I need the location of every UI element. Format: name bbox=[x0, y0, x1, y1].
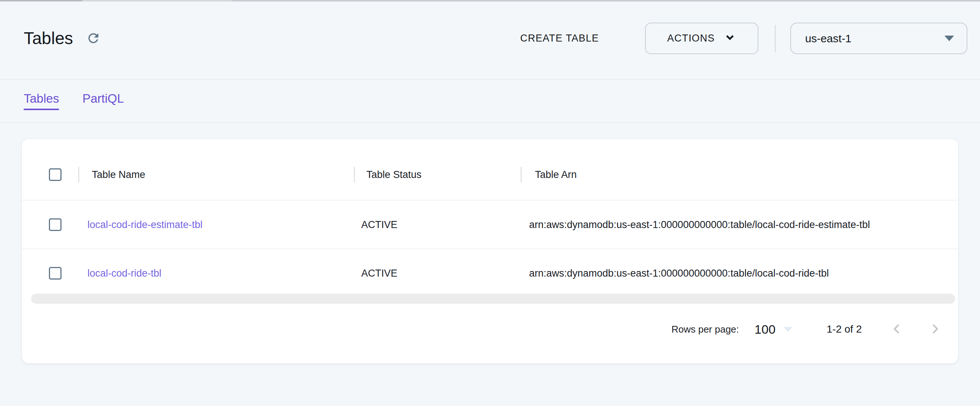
tables-card: Table Name Table Status Table Arn local-… bbox=[22, 139, 958, 363]
region-select-value: us-east-1 bbox=[805, 32, 945, 45]
table-row: local-cod-ride-estimate-tbl ACTIVE arn:a… bbox=[22, 200, 958, 248]
tab-bar: Tables PartiQL bbox=[24, 91, 124, 110]
page: Tables CREATE TABLE ACTIONS us-east-1 Ta… bbox=[0, 0, 980, 406]
create-table-label: CREATE TABLE bbox=[520, 33, 599, 44]
table-name-link[interactable]: local-cod-ride-tbl bbox=[88, 267, 162, 279]
chevron-down-icon bbox=[724, 31, 736, 46]
column-divider bbox=[520, 167, 522, 182]
pagination-range-label: 1-2 of 2 bbox=[827, 323, 862, 335]
column-header-table-name: Table Name bbox=[92, 169, 145, 181]
column-header-table-status: Table Status bbox=[366, 169, 422, 181]
window-top-edge-segment bbox=[0, 0, 82, 2]
caret-down-icon bbox=[945, 35, 954, 41]
actions-button[interactable]: ACTIONS bbox=[645, 22, 759, 54]
header-bottom-divider bbox=[0, 79, 980, 80]
header-divider bbox=[775, 25, 776, 52]
window-top-edge-segment bbox=[232, 0, 980, 2]
previous-page-button[interactable] bbox=[888, 321, 905, 337]
table-arn-value: arn:aws:dynamodb:us-east-1:000000000000:… bbox=[529, 219, 870, 230]
column-divider bbox=[78, 167, 79, 182]
table-name-link[interactable]: local-cod-ride-estimate-tbl bbox=[88, 219, 203, 230]
page-title: Tables bbox=[24, 29, 73, 48]
rows-per-page-label: Rows per page: bbox=[671, 324, 739, 335]
select-all-checkbox[interactable] bbox=[49, 168, 62, 181]
rows-per-page-select[interactable]: 100 bbox=[754, 322, 792, 337]
table-status-value: ACTIVE bbox=[361, 219, 398, 230]
chevron-left-icon bbox=[890, 323, 903, 336]
tab-partiql[interactable]: PartiQL bbox=[82, 91, 124, 110]
chevron-right-icon bbox=[929, 323, 942, 336]
horizontal-scrollbar[interactable] bbox=[31, 294, 955, 304]
table-status-value: ACTIVE bbox=[361, 267, 398, 279]
window-top-edge bbox=[0, 0, 980, 2]
row-checkbox[interactable] bbox=[49, 267, 62, 280]
pagination-bar: Rows per page: 100 1-2 of 2 bbox=[22, 316, 958, 342]
table-header-row: Table Name Table Status Table Arn bbox=[22, 149, 958, 200]
region-select[interactable]: us-east-1 bbox=[790, 22, 967, 54]
tabbar-bottom-divider bbox=[0, 122, 980, 123]
table-arn-value: arn:aws:dynamodb:us-east-1:000000000000:… bbox=[529, 267, 829, 279]
window-top-edge-segment bbox=[82, 0, 232, 2]
tab-tables[interactable]: Tables bbox=[24, 91, 59, 110]
refresh-icon bbox=[86, 31, 101, 47]
row-checkbox[interactable] bbox=[49, 218, 62, 231]
table-row: local-cod-ride-tbl ACTIVE arn:aws:dynamo… bbox=[22, 248, 958, 297]
column-header-table-arn: Table Arn bbox=[535, 169, 577, 181]
refresh-button[interactable] bbox=[85, 30, 102, 47]
rows-per-page-value: 100 bbox=[754, 322, 775, 337]
caret-down-icon bbox=[784, 327, 792, 332]
next-page-button[interactable] bbox=[927, 321, 943, 337]
actions-label: ACTIONS bbox=[667, 33, 715, 44]
create-table-button[interactable]: CREATE TABLE bbox=[520, 22, 599, 54]
column-divider bbox=[354, 167, 355, 182]
